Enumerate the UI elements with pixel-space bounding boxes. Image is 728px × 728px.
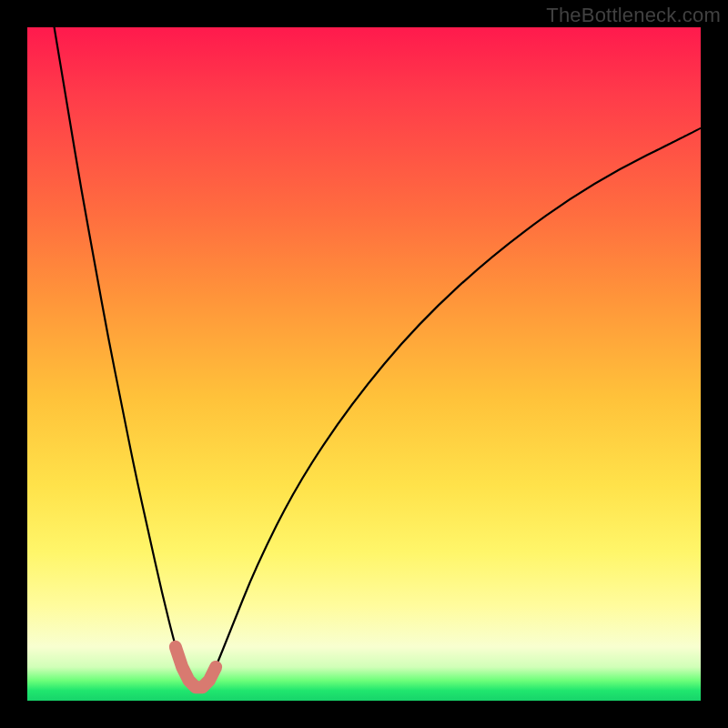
watermark-text: TheBottleneck.com — [546, 4, 721, 27]
curve-svg — [27, 27, 701, 701]
plot-area — [27, 27, 701, 701]
marker-blob — [176, 647, 216, 687]
chart-frame: TheBottleneck.com — [0, 0, 728, 728]
bottleneck-curve-path — [55, 27, 701, 687]
